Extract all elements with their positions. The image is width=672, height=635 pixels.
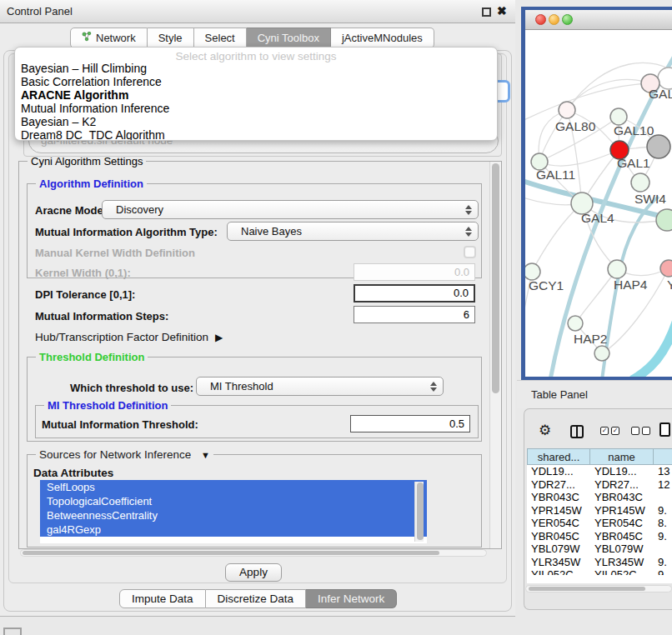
attribute-item[interactable]: gal4RGexp (40, 522, 427, 537)
table-row[interactable]: YPR145WYPR145W9. (527, 504, 672, 518)
network-node[interactable] (568, 316, 583, 331)
table-cell (654, 542, 672, 556)
tab-select[interactable]: Select (194, 28, 247, 48)
table-cell: YIL052C (590, 568, 654, 575)
algorithm-option[interactable]: Bayesian – K2 (15, 115, 497, 128)
settings-group-title: Cyni Algorithm Settings (28, 155, 146, 168)
zoom-traffic-light[interactable] (562, 14, 573, 25)
tab-label: Cyni Toolbox (258, 32, 319, 44)
tab-jactivemnodules[interactable]: jActiveMNodules (331, 28, 434, 48)
network-tab-icon (82, 32, 92, 44)
select-all-check-icon[interactable]: ✓ (600, 427, 609, 435)
tab-label: Select (205, 32, 235, 44)
table-column-header[interactable]: name (590, 448, 654, 465)
close-icon[interactable]: ✖ (497, 4, 507, 18)
table-row[interactable]: YER054CYER054C8. (527, 517, 672, 530)
table-row[interactable]: YDL19...YDL19...13 (527, 465, 672, 478)
table-cell: 13 (654, 465, 672, 478)
select-all-check-icon[interactable]: ✓ (611, 427, 619, 435)
table-row[interactable]: YLR345WYLR345W9. (527, 556, 672, 569)
tab-network[interactable]: Network (70, 28, 148, 48)
table-rows: YDL19...YDL19...13YDR27...YDR27...12YBR0… (527, 465, 672, 575)
data-attributes-label: Data Attributes (33, 467, 113, 479)
table-cell: YDL19... (590, 465, 654, 478)
mi-threshold-field[interactable]: 0.5 (350, 415, 470, 432)
manual-kernel-checkbox[interactable] (464, 246, 476, 258)
table-cell: YIL052C (527, 568, 590, 575)
table-cell: 9. (654, 504, 672, 518)
network-node[interactable] (631, 173, 649, 192)
attribute-list-scrollbar-thumb[interactable] (417, 482, 424, 540)
expanded-arrow-icon: ▼ (201, 450, 210, 460)
mi-threshold-group-title: MI Threshold Definition (44, 399, 171, 412)
table-cell: 9 (654, 568, 672, 575)
close-traffic-light[interactable] (535, 14, 546, 25)
attribute-item[interactable]: BetweennessCentrality (40, 508, 427, 522)
attribute-item[interactable]: SelfLoops (40, 480, 427, 494)
bottom-tab-discretize-data[interactable]: Discretize Data (206, 589, 307, 608)
tab-label: Style (158, 32, 183, 44)
float-window-icon[interactable] (482, 8, 491, 17)
aracne-mode-combo[interactable]: Discovery (102, 200, 479, 219)
network-node[interactable] (525, 263, 540, 280)
control-panel-titlebar: Control Panel ✖ (0, 0, 515, 23)
table-column-header[interactable]: shared... (527, 448, 590, 465)
minimized-panel-icon[interactable] (3, 628, 22, 635)
table-row[interactable]: YBR045CYBR045C9. (527, 530, 672, 543)
table-horizontal-scrollbar-thumb[interactable] (529, 587, 645, 591)
mi-steps-field[interactable]: 6 (354, 306, 475, 323)
minimize-traffic-light[interactable] (549, 14, 559, 25)
network-canvas[interactable]: GALGAL80GAL10GAL1GAL11SWI4GAL4GCY1HAP4YH… (525, 30, 672, 377)
hub-definition-toggle[interactable]: Hub/Transcription Factor Definition▶ (35, 331, 223, 343)
table-row[interactable]: YIL052CYIL052C9 (527, 568, 672, 575)
network-node[interactable] (608, 260, 626, 278)
deselect-all-icon[interactable] (642, 427, 650, 435)
which-threshold-combo[interactable]: MI Threshold (196, 377, 444, 396)
network-node[interactable] (656, 209, 672, 231)
settings-vertical-scrollbar (489, 162, 501, 548)
table-cell: YBR045C (527, 530, 590, 543)
table-row[interactable]: YDR27...YDR27...12 (527, 478, 672, 492)
export-table-icon[interactable] (659, 422, 670, 437)
table-column-header[interactable] (654, 448, 672, 465)
network-node[interactable] (660, 260, 672, 277)
table-cell: 12 (654, 478, 672, 492)
combo-stepper-icon (465, 227, 472, 237)
kernel-width-field[interactable]: 0.0 (354, 263, 475, 281)
table-cell: YPR145W (527, 504, 590, 518)
algorithm-option[interactable]: Bayesian – Hill Climbing (15, 62, 497, 75)
algorithm-option[interactable]: ARACNE Algorithm (15, 88, 497, 102)
which-threshold-value: MI Threshold (210, 380, 273, 392)
columns-icon[interactable] (570, 425, 584, 438)
table-row[interactable]: YBL079WYBL079W (527, 542, 672, 556)
attribute-list-scrollbar (414, 482, 424, 542)
tab-label: jActiveMNodules (342, 32, 423, 44)
network-node[interactable] (610, 108, 627, 125)
sources-group-toggle[interactable]: Sources for Network Inference ▼ (36, 448, 213, 461)
deselect-all-icon[interactable] (631, 427, 639, 435)
table-cell: YBR045C (590, 530, 654, 543)
algorithm-option[interactable]: Basic Correlation Inference (15, 75, 497, 88)
tab-style[interactable]: Style (148, 28, 194, 48)
kernel-width-label: Kernel Width (0,1): (35, 267, 131, 279)
manual-kernel-label: Manual Kernel Width Definition (35, 247, 195, 259)
algorithm-option[interactable]: Mutual Information Inference (15, 102, 497, 115)
node-label: Y (667, 278, 672, 292)
network-node[interactable] (594, 346, 609, 361)
combo-stepper-icon (430, 382, 437, 392)
algorithm-option[interactable]: Dream8 DC_TDC Algorithm (15, 128, 497, 141)
attribute-item[interactable]: TopologicalCoefficient (40, 494, 427, 508)
gear-icon[interactable]: ⚙ (539, 422, 551, 439)
bottom-tab-infer-network[interactable]: Infer Network (306, 589, 397, 608)
bottom-tab-impute-data[interactable]: Impute Data (119, 589, 206, 608)
dpi-tolerance-field[interactable]: 0.0 (354, 284, 475, 302)
mi-algorithm-type-combo[interactable]: Naive Bayes (227, 222, 479, 241)
network-node[interactable] (559, 102, 575, 118)
table-row[interactable]: YBR043CYBR043C (527, 491, 672, 504)
settings-horizontal-scrollbar (20, 549, 487, 557)
apply-button[interactable]: Apply (225, 563, 282, 582)
settings-horizontal-scrollbar-thumb[interactable] (23, 551, 439, 555)
tab-cyni-toolbox[interactable]: Cyni Toolbox (247, 28, 331, 48)
network-node[interactable] (647, 135, 670, 158)
settings-vertical-scrollbar-thumb[interactable] (492, 163, 499, 393)
